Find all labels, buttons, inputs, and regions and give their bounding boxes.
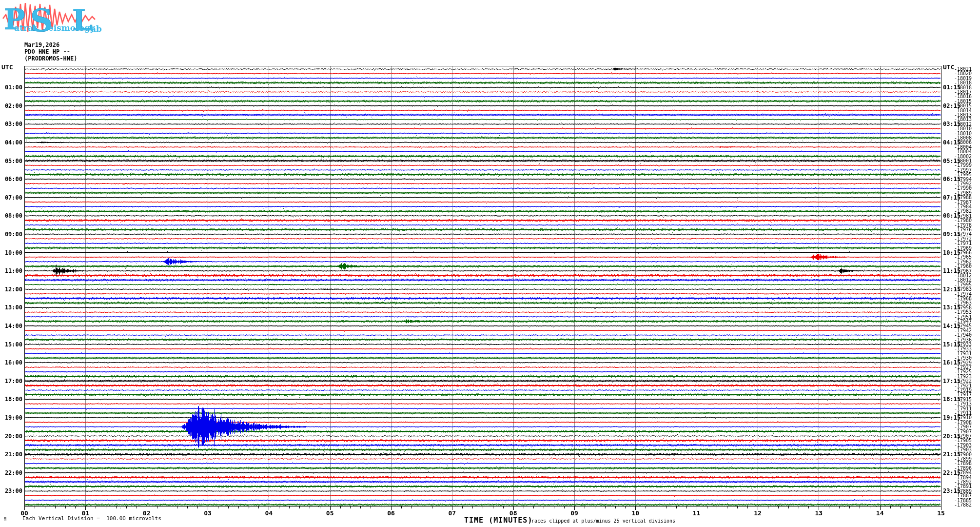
logo-letter-l: L bbox=[72, 3, 93, 34]
logo-word-ab: ab bbox=[91, 24, 102, 34]
hour-label-left: 14:00 bbox=[0, 323, 22, 329]
hour-label-left: 22:00 bbox=[0, 470, 22, 476]
hour-label-left: 18:00 bbox=[0, 396, 22, 402]
record-station: PDO HNE HP -- bbox=[24, 48, 70, 55]
hour-label-left: 21:00 bbox=[0, 451, 22, 457]
psl-logo: P atras S eismology L ab bbox=[1, 1, 103, 34]
margin-mark: M bbox=[4, 517, 6, 522]
trace-offset-value: -17907 bbox=[954, 425, 972, 429]
hour-label-left: 02:00 bbox=[0, 103, 22, 109]
trace-offset-value: -17988 bbox=[954, 195, 972, 200]
hour-label-left: 23:00 bbox=[0, 488, 22, 494]
seismogram-canvas bbox=[0, 0, 980, 527]
minute-tick-label: 03 bbox=[204, 509, 212, 517]
x-axis-title: TIME (MINUTES) bbox=[464, 516, 532, 525]
helicorder-page: P atras S eismology L ab Mar19,2026 PDO … bbox=[0, 0, 980, 527]
record-date: Mar19,2026 bbox=[24, 41, 59, 48]
trace-offset-value: -17882 bbox=[954, 503, 972, 507]
utc-label-right: UTC bbox=[943, 63, 954, 71]
record-location: (PRODROMOS-HNE) bbox=[24, 55, 77, 62]
trace-offset-value: -17953 bbox=[954, 310, 972, 314]
hour-label-left: 16:00 bbox=[0, 360, 22, 365]
minute-tick-label: 09 bbox=[570, 509, 578, 517]
hour-label-left: 17:00 bbox=[0, 378, 22, 384]
minute-tick-label: 11 bbox=[693, 509, 701, 517]
trace-offset-value: -18010 bbox=[954, 126, 972, 131]
minute-tick-label: 12 bbox=[754, 509, 762, 517]
hour-label-left: 04:00 bbox=[0, 140, 22, 145]
hour-label-left: 19:00 bbox=[0, 415, 22, 421]
trace-offset-value: -17922 bbox=[954, 379, 972, 383]
hour-label-left: 07:00 bbox=[0, 195, 22, 201]
utc-label-left: UTC bbox=[1, 63, 13, 71]
trace-offset-value: -17930 bbox=[954, 356, 972, 360]
minute-tick-label: 05 bbox=[326, 509, 334, 517]
record-header: Mar19,2026 PDO HNE HP -- (PRODROMOS-HNE) bbox=[24, 41, 77, 62]
minute-tick-label: 07 bbox=[449, 509, 456, 517]
clip-note: Traces clipped at plus/minus 25 vertical… bbox=[529, 518, 675, 524]
hour-label-left: 13:00 bbox=[0, 304, 22, 310]
minute-tick-label: 13 bbox=[815, 509, 823, 517]
hour-label-left: 01:00 bbox=[0, 84, 22, 90]
trace-offset-value: -17995 bbox=[954, 172, 972, 177]
hour-label-left: 06:00 bbox=[0, 176, 22, 182]
hour-label-left: 09:00 bbox=[0, 231, 22, 237]
hour-label-left: 15:00 bbox=[0, 342, 22, 347]
hour-label-left: 10:00 bbox=[0, 250, 22, 256]
trace-offset-value: -17894 bbox=[954, 470, 972, 475]
trace-offset-value: -17960 bbox=[954, 264, 972, 268]
minute-tick-label: 15 bbox=[937, 509, 945, 517]
trace-offset-value: -18015 bbox=[954, 103, 972, 108]
trace-offset-value: -17983 bbox=[954, 287, 972, 291]
hour-label-left: 11:00 bbox=[0, 268, 22, 274]
vertical-scale-note: Each Vertical Division = 100.00 microvol… bbox=[22, 515, 161, 522]
hour-label-left: 03:00 bbox=[0, 121, 22, 127]
trace-offset-value: -17913 bbox=[954, 402, 972, 406]
hour-label-left: 05:00 bbox=[0, 158, 22, 164]
minute-tick-label: 14 bbox=[876, 509, 884, 517]
trace-offset-value: -17980 bbox=[954, 218, 972, 223]
trace-offset-value: -17940 bbox=[954, 333, 972, 337]
trace-offset-value: -17903 bbox=[954, 447, 972, 452]
trace-offset-value: -17887 bbox=[954, 493, 972, 498]
trace-offset-value: -18004 bbox=[954, 149, 972, 154]
minute-tick-label: 06 bbox=[387, 509, 395, 517]
hour-label-left: 08:00 bbox=[0, 213, 22, 219]
hour-label-left: 12:00 bbox=[0, 286, 22, 292]
trace-offset-value: -17971 bbox=[954, 241, 972, 245]
minute-tick-label: 10 bbox=[632, 509, 640, 517]
trace-offset-value: -18018 bbox=[954, 81, 972, 85]
hour-label-left: 20:00 bbox=[0, 433, 22, 439]
minute-tick-label: 04 bbox=[265, 509, 273, 517]
